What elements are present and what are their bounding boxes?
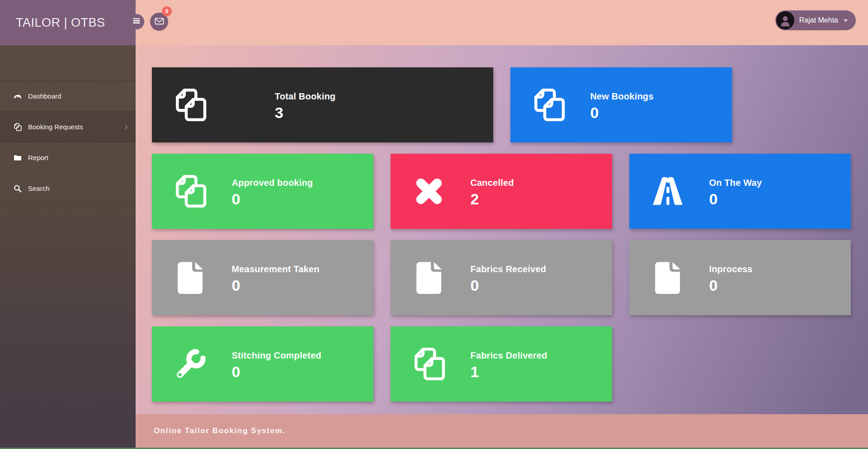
sidebar-nav: DashboardBooking RequestsReportSearch [0,80,136,204]
stat-card-value: 0 [231,275,319,295]
stat-card-text: Fabrics Received 0 [470,263,546,295]
stat-card-measurement-taken[interactable]: Measurement Taken 0 [152,240,373,315]
file-icon [649,259,686,296]
stat-card-text: Cancelled 2 [470,176,514,209]
stat-card-text: Approved booking 0 [231,176,313,209]
stat-card-text: Measurement Taken 0 [231,263,319,295]
stat-card-text: Inprocess 0 [709,263,752,295]
top-navbar: TAILOR | OTBS 0 [0,0,868,45]
stat-card-label: Total Booking [275,90,335,103]
sidebar-item-report[interactable]: Report [0,142,136,173]
stat-card-fabrics-delivered[interactable]: Fabrics Delivered 1 [391,326,612,402]
sidebar-item-label: Report [28,154,48,161]
stat-card-total-booking[interactable]: Total Booking 3 [152,67,493,142]
app-root: TAILOR | OTBS 0 [0,0,868,449]
sidebar: DashboardBooking RequestsReportSearch [0,45,136,449]
user-name: Rajat Mehta [799,16,838,24]
stat-card-cancelled[interactable]: Cancelled 2 [391,154,612,229]
file-icon [172,259,209,296]
stat-card-value: 1 [470,362,547,382]
dashboard-icon [13,92,22,101]
stat-card-label: Stitching Completed [231,349,321,362]
stat-card-value: 2 [470,189,514,209]
stat-card-text: Fabrics Delivered 1 [470,349,547,382]
chevron-right-icon [123,124,129,130]
footer-text: Online Tailor Booking System. [154,426,286,435]
stats-row: Stitching Completed 0 Fabrics Delivered … [152,326,851,402]
stat-card-approved-booking[interactable]: Approved booking 0 [152,154,373,229]
stat-card-text: Total Booking 3 [275,90,335,123]
stat-card-text: Stitching Completed 0 [231,349,321,382]
caret-down-icon [843,19,849,23]
stats-row: Approved booking 0 Cancelled 2 On The Wa… [152,154,851,229]
stat-card-value: 0 [709,275,752,295]
stat-card-value: 0 [590,103,653,123]
sidebar-item-label: Dashboard [28,92,61,100]
stat-card-new-bookings[interactable]: New Bookings 0 [510,67,732,142]
copy-icon [530,86,567,123]
file-icon [410,259,448,296]
stat-card-value: 0 [709,189,762,209]
messages-button[interactable]: 0 [150,13,168,31]
stat-card-label: Fabrics Received [470,263,546,275]
stat-card-label: Fabrics Delivered [470,349,547,362]
avatar [776,11,794,29]
copy-icon [410,345,448,383]
stat-card-label: On The Way [709,176,762,189]
sidebar-item-label: Booking Requests [28,123,83,131]
stat-card-label: Inprocess [709,263,752,275]
copy-icon [172,173,209,210]
stats-row: Total Booking 3 New Bookings 0 [152,67,851,142]
wrench-icon [172,345,209,383]
messages-count-badge: 0 [162,6,172,16]
footer: Online Tailor Booking System. [136,414,868,448]
stat-card-on-the-way[interactable]: On The Way 0 [629,154,851,229]
copy-icon [172,86,209,123]
stat-card-value: 0 [231,189,313,209]
hamburger-icon [132,16,141,27]
road-icon [649,173,686,210]
stats-row: Measurement Taken 0 Fabrics Received 0 I… [152,240,851,315]
folder-icon [13,153,22,162]
stat-card-fabrics-received[interactable]: Fabrics Received 0 [391,240,612,315]
copy-icon [13,123,22,132]
sidebar-item-dashboard[interactable]: Dashboard [0,80,136,112]
stat-card-value: 3 [275,103,335,123]
sidebar-item-booking-requests[interactable]: Booking Requests [0,112,136,142]
stat-card-label: New Bookings [590,90,653,103]
brand-title: TAILOR | OTBS [16,16,105,30]
sidebar-item-label: Search [28,184,50,192]
stat-card-inprocess[interactable]: Inprocess 0 [629,240,851,315]
envelope-icon [154,16,165,28]
person-icon [778,14,792,29]
stat-card-text: On The Way 0 [709,176,762,209]
brand-link[interactable]: TAILOR | OTBS [0,0,136,45]
stat-card-stitching-completed[interactable]: Stitching Completed 0 [152,326,373,402]
stat-card-label: Approved booking [231,176,313,189]
sidebar-item-search[interactable]: Search [0,173,136,204]
main-content: Total Booking 3 New Bookings 0 Approved … [136,45,868,413]
x-icon [410,173,448,210]
stat-card-text: New Bookings 0 [590,90,653,123]
search-icon [13,184,22,193]
stat-card-value: 0 [470,275,546,295]
sidebar-toggle-button[interactable] [129,14,144,29]
user-menu-button[interactable]: Rajat Mehta [775,10,856,30]
stat-card-value: 0 [231,362,321,382]
stat-card-label: Cancelled [470,176,514,189]
stat-card-label: Measurement Taken [231,263,319,275]
